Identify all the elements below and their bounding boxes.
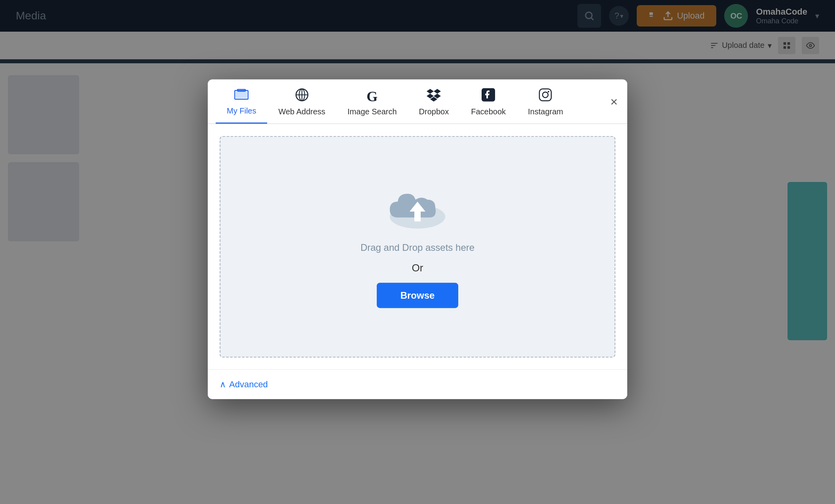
svg-marker-21 — [434, 89, 441, 94]
instagram-icon — [539, 88, 552, 105]
or-text: Or — [412, 261, 423, 274]
tab-my-files-label: My Files — [227, 106, 256, 115]
cloud-upload-icon — [386, 186, 449, 233]
modal-footer: ∧ Advanced — [208, 369, 627, 399]
tab-web-address-label: Web Address — [278, 107, 325, 116]
modal-tabs: My Files Web Address G Image Search — [208, 80, 627, 124]
tab-instagram[interactable]: Instagram — [517, 80, 574, 123]
svg-rect-15 — [235, 91, 247, 98]
browse-button[interactable]: Browse — [377, 282, 459, 308]
modal-close-button[interactable]: × — [610, 95, 618, 108]
svg-point-28 — [548, 91, 549, 93]
svg-rect-26 — [539, 89, 551, 101]
advanced-label: Advanced — [229, 379, 268, 390]
tab-my-files[interactable]: My Files — [216, 80, 267, 123]
tab-facebook-label: Facebook — [471, 107, 506, 116]
tab-image-search-label: Image Search — [347, 107, 397, 116]
web-address-icon — [295, 88, 309, 105]
advanced-chevron: ∧ — [220, 379, 226, 390]
facebook-icon — [482, 88, 495, 105]
tab-dropbox-label: Dropbox — [419, 107, 449, 116]
drag-drop-text: Drag and Drop assets here — [361, 242, 474, 253]
svg-marker-20 — [427, 89, 434, 94]
upload-modal: My Files Web Address G Image Search — [208, 80, 627, 399]
tab-facebook[interactable]: Facebook — [460, 80, 517, 123]
tab-web-address[interactable]: Web Address — [267, 80, 336, 123]
tab-image-search[interactable]: G Image Search — [336, 80, 408, 123]
tab-dropbox[interactable]: Dropbox — [408, 80, 460, 123]
dropbox-icon — [427, 88, 441, 105]
svg-point-27 — [543, 92, 548, 98]
image-search-icon: G — [366, 88, 378, 105]
drop-zone[interactable]: Drag and Drop assets here Or Browse — [220, 136, 615, 358]
advanced-toggle[interactable]: ∧ Advanced — [220, 379, 615, 390]
my-files-icon — [234, 89, 249, 104]
tab-instagram-label: Instagram — [528, 107, 563, 116]
modal-body: Drag and Drop assets here Or Browse — [208, 124, 627, 369]
